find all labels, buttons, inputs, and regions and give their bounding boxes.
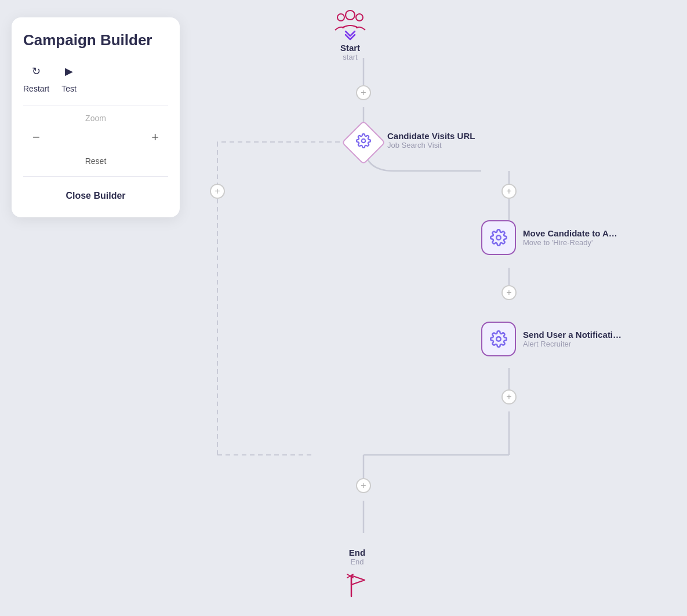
add-after-start-button[interactable]: +	[356, 85, 371, 100]
svg-point-14	[356, 14, 363, 21]
add-after-action2-button[interactable]: +	[501, 389, 517, 404]
condition-label: Candidate Visits URL Job Search Visit	[387, 131, 475, 150]
end-text: End End	[349, 548, 365, 566]
add-between-actions-button[interactable]: +	[501, 285, 517, 300]
campaign-builder-panel: Campaign Builder ↻ Restart ▶ Test Zoom −…	[12, 17, 180, 217]
zoom-plus-button[interactable]: +	[147, 129, 163, 146]
condition-diamond	[341, 121, 386, 165]
start-text: Start start	[340, 43, 360, 61]
reset-button[interactable]: Reset	[23, 154, 168, 168]
end-node[interactable]: End End	[343, 548, 372, 599]
add-before-end-button[interactable]: +	[356, 478, 371, 493]
add-left-loop-button[interactable]: +	[210, 184, 225, 199]
test-button[interactable]: ▶ Test	[59, 61, 79, 93]
svg-point-13	[337, 14, 344, 21]
action1-node[interactable]: Move Candidate to A… Move to 'Hire-Ready…	[481, 220, 617, 255]
zoom-minus-button[interactable]: −	[28, 129, 45, 146]
restart-button[interactable]: ↻ Restart	[23, 61, 49, 93]
panel-title: Campaign Builder	[23, 31, 168, 49]
action1-icon-box	[481, 220, 516, 255]
svg-point-12	[346, 10, 355, 20]
condition-node[interactable]	[348, 127, 379, 158]
panel-actions: ↻ Restart ▶ Test	[23, 61, 168, 93]
end-flag-icon	[343, 570, 372, 599]
action2-node[interactable]: Send User a Notificati… Alert Recruiter	[481, 322, 621, 356]
action1-label: Move Candidate to A… Move to 'Hire-Ready…	[523, 228, 617, 247]
gear-icon	[356, 133, 371, 152]
add-right-top-button[interactable]: +	[501, 184, 517, 199]
action2-label: Send User a Notificati… Alert Recruiter	[523, 330, 621, 348]
start-node[interactable]: Start start	[332, 5, 369, 61]
restart-icon: ↻	[26, 61, 47, 82]
start-icon	[332, 5, 369, 42]
divider-2	[23, 176, 168, 177]
close-builder-button[interactable]: Close Builder	[23, 185, 168, 203]
zoom-controls: − +	[23, 129, 168, 146]
divider-1	[23, 105, 168, 105]
play-icon: ▶	[59, 61, 79, 82]
action2-icon-box	[481, 322, 516, 356]
zoom-label: Zoom	[23, 114, 168, 123]
